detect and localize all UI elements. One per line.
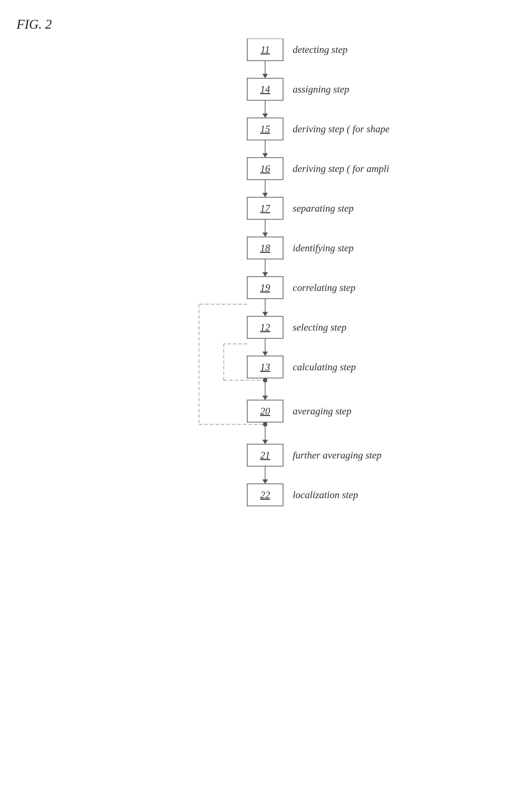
- svg-text:deriving step ( for shape para: deriving step ( for shape parameter ): [293, 124, 389, 134]
- svg-marker-45: [262, 396, 268, 400]
- svg-text:16: 16: [260, 163, 270, 174]
- svg-text:15: 15: [260, 124, 270, 134]
- svg-text:13: 13: [260, 362, 270, 373]
- svg-text:19: 19: [260, 282, 270, 293]
- svg-marker-56: [262, 479, 268, 484]
- svg-marker-51: [262, 440, 268, 444]
- svg-marker-14: [262, 153, 268, 158]
- svg-marker-19: [262, 193, 268, 197]
- svg-text:22: 22: [260, 489, 270, 501]
- svg-text:separating step: separating step: [293, 203, 354, 214]
- svg-marker-4: [262, 74, 268, 78]
- svg-text:18: 18: [260, 243, 270, 253]
- svg-text:detecting step: detecting step: [293, 44, 347, 55]
- svg-text:selecting step: selecting step: [293, 322, 346, 333]
- svg-text:calculating step: calculating step: [293, 362, 356, 373]
- svg-text:11: 11: [260, 44, 270, 55]
- svg-text:14: 14: [260, 84, 270, 95]
- svg-text:20: 20: [260, 406, 270, 417]
- svg-text:assigning step: assigning step: [293, 84, 349, 95]
- svg-text:deriving step ( for amplitude : deriving step ( for amplitude parameter …: [293, 163, 389, 174]
- svg-marker-24: [262, 233, 268, 237]
- figure-label: FIG. 2: [16, 16, 52, 32]
- svg-text:17: 17: [260, 203, 271, 214]
- svg-text:averaging step: averaging step: [293, 406, 352, 417]
- svg-marker-34: [262, 312, 268, 316]
- svg-text:12: 12: [260, 322, 270, 333]
- diagram-svg: 11 detecting step 14 assigning step 15 d…: [141, 39, 389, 783]
- svg-marker-29: [262, 272, 268, 277]
- svg-text:21: 21: [260, 450, 270, 461]
- svg-text:correlating step: correlating step: [293, 282, 356, 293]
- svg-marker-39: [262, 351, 268, 356]
- svg-text:localization step: localization step: [293, 489, 358, 501]
- svg-text:identifying step: identifying step: [293, 243, 354, 253]
- svg-text:further averaging step: further averaging step: [293, 450, 382, 461]
- svg-point-43: [263, 378, 267, 382]
- svg-marker-9: [262, 114, 268, 118]
